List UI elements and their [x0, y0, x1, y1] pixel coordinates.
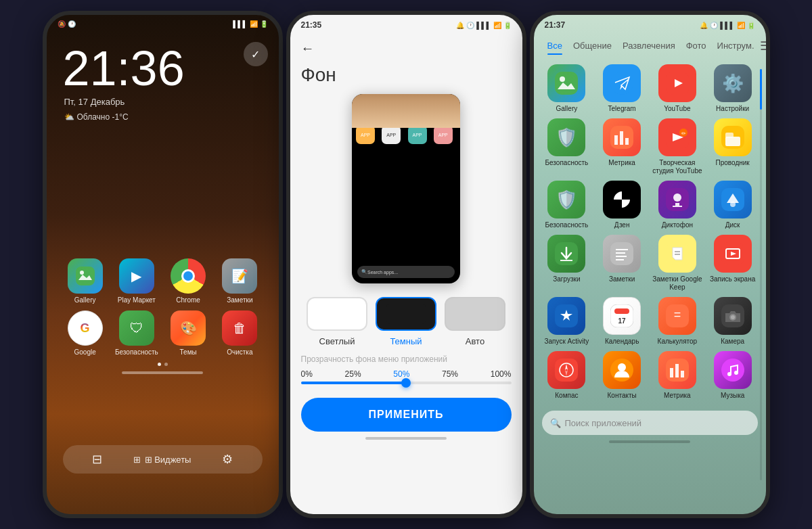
search-placeholder-p3: Поиск приложений	[565, 418, 642, 428]
home-indicator-3[interactable]	[609, 440, 690, 443]
app-notes[interactable]: 📝 Заметки	[217, 258, 262, 304]
googlenotes-label-p3: Заметки Google Keep	[652, 275, 702, 292]
pct-0: 0%	[301, 369, 313, 379]
settings-button[interactable]: ⚙	[222, 452, 233, 467]
downloads-label-p3: Загрузки	[553, 275, 580, 283]
app-metrics2-p3[interactable]: Метрика	[652, 351, 702, 400]
ytcreator-icon-p3: ✏	[658, 118, 696, 156]
app-google[interactable]: G Google	[63, 310, 108, 356]
tab-entertainment[interactable]: Развлечения	[617, 38, 681, 53]
app-themes[interactable]: 🎨 Темы	[166, 310, 210, 356]
settings-icon-p3: ⚙️	[714, 64, 752, 102]
app-settings-p3[interactable]: ⚙️ Настройки	[708, 64, 758, 113]
app-camera-p3[interactable]: Камера	[708, 297, 758, 346]
google-icon: G	[68, 310, 103, 346]
app-calendar-p3[interactable]: 17 Календарь	[597, 297, 647, 346]
app-security2-p3[interactable]: 🛡️ Безопасность	[542, 181, 592, 229]
app-security[interactable]: 🛡 Безопасность	[114, 310, 159, 356]
phone1-app-grid: Gallery ▶ Play Маркет Chrome 📝 Заметки	[47, 258, 279, 356]
app-metrics-p3[interactable]: Метрика	[597, 118, 647, 175]
svg-rect-57	[681, 371, 684, 377]
theme-light-option[interactable]	[307, 297, 367, 331]
app-calc-p3[interactable]: = Калькулятор	[652, 297, 702, 346]
phone2-preview: APP APP APP APP APP APP APP APP 🔍 Search…	[352, 94, 460, 283]
app-compass-p3[interactable]: Компас	[542, 351, 592, 400]
security-label-p3: Безопасность	[545, 159, 588, 167]
menu-icon[interactable]: ☰	[760, 39, 770, 53]
screenrec-icon-p3	[714, 235, 752, 273]
app-telegram-p3[interactable]: Telegram	[597, 64, 647, 113]
back-button[interactable]: ←	[301, 41, 315, 56]
tab-tools[interactable]: Инструм.	[712, 38, 760, 53]
check-button[interactable]: ✓	[244, 42, 268, 66]
app-downloads-p3[interactable]: Загрузки	[542, 235, 592, 292]
slider-track[interactable]	[301, 382, 512, 384]
phone2-theme-options	[290, 297, 522, 331]
calendar-label-p3: Календарь	[605, 338, 639, 346]
settings-label-p3: Настройки	[716, 105, 749, 113]
app-googlenotes-p3[interactable]: Заметки Google Keep	[652, 235, 702, 292]
phone1-status-left-icons: 🔕 🕐	[58, 20, 76, 28]
app-contacts-p3[interactable]: Контакты	[597, 351, 647, 400]
app-explorer-p3[interactable]: Проводник	[708, 118, 758, 175]
app-gallery[interactable]: Gallery	[63, 258, 108, 304]
app-clean[interactable]: 🗑 Очистка	[217, 310, 262, 356]
svg-rect-22	[673, 206, 682, 207]
app-playmarket[interactable]: ▶ Play Маркет	[114, 258, 159, 304]
app-disk-p3[interactable]: Диск	[708, 181, 758, 229]
app-dzen-p3[interactable]: Дзен	[597, 181, 647, 229]
recorder-label-p3: Диктофон	[662, 221, 693, 229]
security2-icon-p3: 🛡️	[547, 181, 585, 218]
auto-label: Авто	[445, 336, 505, 346]
notes-label: Заметки	[227, 296, 252, 304]
signal-icon2: ▌▌▌	[476, 22, 491, 29]
app-youtube-p3[interactable]: YouTube	[652, 64, 702, 113]
screenrec-label-p3: Запись экрана	[710, 275, 755, 283]
themes-label: Темы	[180, 348, 197, 356]
recent-apps-button[interactable]: ⊟	[92, 452, 102, 467]
svg-rect-17	[725, 133, 734, 138]
bottom-bar[interactable]: ⊟ ⊞ ⊞ Виджеты ⚙	[63, 445, 263, 474]
app-music-p3[interactable]: Музыка	[708, 351, 758, 400]
transparency-slider[interactable]: 0% 25% 50% 75% 100%	[290, 369, 522, 384]
app-security-p3[interactable]: 🛡️ Безопасность	[542, 118, 592, 175]
phone2-option-labels: Светлый Темный Авто	[290, 336, 522, 346]
phone1-apps-row1: Gallery ▶ Play Маркет Chrome 📝 Заметки	[55, 258, 271, 304]
phone3-time: 21:37	[545, 20, 566, 30]
app-gallery-p3[interactable]: Gallery	[542, 64, 592, 113]
tab-photo[interactable]: Фото	[681, 38, 712, 53]
tab-communication[interactable]: Общение	[568, 38, 617, 53]
tab-all[interactable]: Все	[542, 38, 568, 53]
gallery-label: Gallery	[74, 296, 96, 304]
gallery-icon	[68, 258, 103, 294]
app-screenrec-p3[interactable]: Запись экрана	[708, 235, 758, 292]
phone3-search[interactable]: 🔍 Поиск приложений	[542, 411, 758, 435]
svg-rect-58	[721, 359, 744, 382]
app-chrome[interactable]: Chrome	[166, 258, 210, 304]
theme-auto-option[interactable]	[445, 297, 505, 331]
compass-label-p3: Компас	[555, 392, 578, 400]
app-ytcreator-p3[interactable]: ✏ Творческая студия YouTube	[652, 118, 702, 175]
slider-thumb[interactable]	[401, 378, 411, 388]
widgets-button[interactable]: ⊞ ⊞ Виджеты	[133, 455, 191, 465]
phone2-status-icons: 🔔 🕐 ▌▌▌ 📶 🔋	[456, 22, 511, 29]
dzen-label-p3: Дзен	[614, 221, 630, 229]
googlenotes-icon-p3	[658, 235, 696, 273]
app-recorder-p3[interactable]: Диктофон	[652, 181, 702, 229]
ytcreator-label-p3: Творческая студия YouTube	[652, 159, 702, 175]
youtube-icon-p3	[658, 64, 696, 102]
phone-2-settings: 21:35 🔔 🕐 ▌▌▌ 📶 🔋 ← Фон APP APP APP APP …	[286, 11, 526, 518]
transparency-label: Прозрачность фона меню приложений	[290, 354, 522, 364]
apply-button[interactable]: ПРИМЕНИТЬ	[301, 398, 512, 432]
theme-dark-option[interactable]	[376, 297, 436, 331]
explorer-icon-p3	[714, 118, 752, 156]
page-dots	[47, 363, 279, 366]
alarm-icon3: 🔔	[700, 22, 708, 29]
app-mnotes-p3[interactable]: Заметки	[597, 235, 647, 292]
pct-50: 50%	[393, 369, 409, 379]
home-indicator[interactable]	[122, 371, 203, 374]
app-launcher-p3[interactable]: Запуск Activity	[542, 297, 592, 346]
svg-rect-31	[616, 259, 624, 260]
slider-fill	[301, 382, 407, 384]
home-indicator-2[interactable]	[365, 437, 447, 440]
